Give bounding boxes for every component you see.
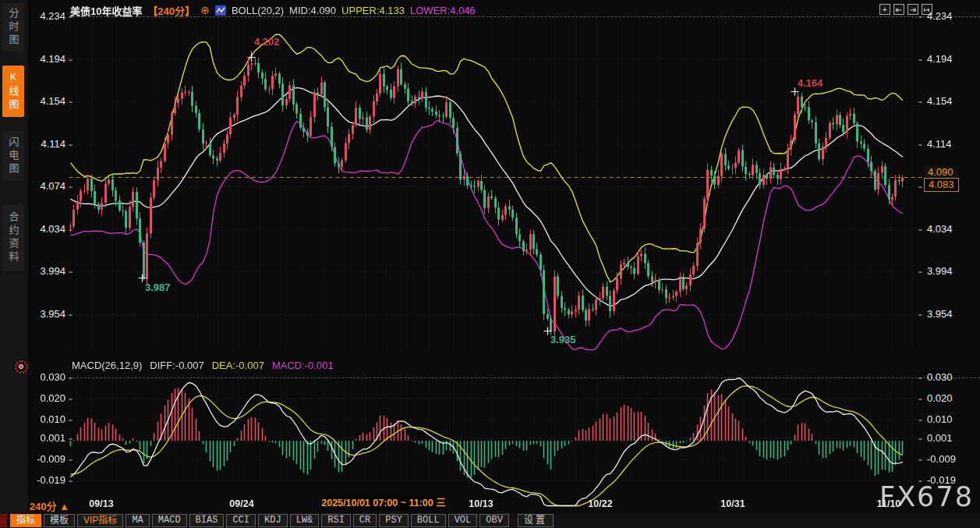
price-annotation: 3.935 <box>550 334 576 346</box>
price-axis-label-left: 4.154 <box>28 95 65 107</box>
main-chart-canvas[interactable] <box>69 0 922 359</box>
price-axis-label-left: 4.074 <box>28 180 65 192</box>
macd-axis-label-left: 0.010 <box>28 413 65 425</box>
x-axis-date: 10/31 <box>720 498 745 509</box>
price-annotation: 3.987 <box>145 282 171 293</box>
x-axis-date: 10/22 <box>588 498 612 509</box>
toolbar-item-obv[interactable]: OBV <box>479 514 509 527</box>
macd-axis-label-right: -0.019 <box>927 474 975 486</box>
chart-header: 美债10年收益率 【240分】 ⊕ BOLL(20,2) MID:4.090 U… <box>70 3 476 18</box>
last-price-tag: 4.083 <box>924 178 959 192</box>
price-axis-label-right: 4.154 <box>927 95 975 107</box>
price-axis-label-left: 4.114 <box>28 138 65 150</box>
price-line-tag: 4.090 <box>925 166 957 178</box>
toolbar-item-vip-indicator[interactable]: VIP指标 <box>77 514 123 527</box>
toolbar-item-vol[interactable]: VOL <box>448 514 478 527</box>
toolbar-item-macd[interactable]: MACD <box>152 514 187 527</box>
price-axis-label-right: 4.234 <box>927 10 975 22</box>
price-axis-label-left: 4.194 <box>28 53 65 65</box>
toolbar-item-psy[interactable]: PSY <box>379 514 409 527</box>
macd-axis-label-right: 0.030 <box>927 371 975 383</box>
sidebar-tab-timeline[interactable]: 分时图 <box>2 3 24 51</box>
sidebar-tab-flash[interactable]: 闪电图 <box>2 131 24 181</box>
macd-diff-value: DIFF:-0.007 <box>150 360 203 371</box>
sidebar-tab-contract-info[interactable]: 合约资料 <box>2 204 24 271</box>
macd-dea-value: DEA:-0.007 <box>212 360 264 371</box>
macd-axis-label-right: 0.001 <box>927 432 975 444</box>
price-axis-label-right: 4.034 <box>927 223 975 235</box>
macd-axis-label-right: 0.010 <box>927 413 975 425</box>
macd-axis-label-left: 0.001 <box>28 432 65 444</box>
chart-tool-icons: + ⇤ ⇥ ↦ <box>879 4 932 15</box>
boll-formula-label: BOLL(20,2) <box>232 5 284 16</box>
toolbar-item-ma[interactable]: MA <box>126 514 149 527</box>
macd-axis-label-left: -0.019 <box>28 474 65 486</box>
macd-header: MACD(26,12,9) DIFF:-0.007 DEA:-0.007 MAC… <box>72 360 334 371</box>
price-annotation: 4.164 <box>798 77 823 89</box>
period-selector[interactable]: 240分 ▲ <box>30 498 69 513</box>
price-axis-label-right: 3.954 <box>927 308 975 320</box>
sidebar: 分时图 K线图 闪电图 合约资料 <box>0 0 28 513</box>
pan-left-icon[interactable]: ⇤ <box>893 4 904 15</box>
symbol-title: 美债10年收益率 <box>70 3 142 18</box>
price-axis-label-left: 4.034 <box>28 223 65 235</box>
toolbar-item-indicator[interactable]: 指标 <box>10 514 41 527</box>
crosshair-icon[interactable]: + <box>879 4 890 15</box>
macd-axis-label-left: 0.020 <box>28 392 65 404</box>
price-axis-label-left: 4.234 <box>28 10 65 22</box>
sidebar-tab-kline[interactable]: K线图 <box>2 66 24 117</box>
bottom-toolbar: 指标 模板 VIP指标 MA MACD BIAS CCI KDJ LW& RSI… <box>0 513 980 528</box>
toolbar-item-rsi[interactable]: RSI <box>321 514 351 527</box>
toolbar-corner-marker <box>0 514 7 527</box>
macd-chart-canvas[interactable] <box>69 359 922 511</box>
toolbar-item-cci[interactable]: CCI <box>226 514 256 527</box>
price-annotation: 4.202 <box>254 36 280 48</box>
period-label: 【240分】 <box>147 3 195 18</box>
boll-lower-value: LOWER:4.046 <box>410 5 476 16</box>
x-axis-date: 09/24 <box>229 498 253 509</box>
kline-chart-app: 分时图 K线图 闪电图 合约资料 美债10年收益率 【240分】 ⊕ BOLL(… <box>0 0 980 528</box>
add-indicator-icon[interactable]: ⊕ <box>200 5 210 16</box>
macd-axis-label-left: -0.009 <box>28 453 65 465</box>
chart-style-icon[interactable] <box>215 5 226 16</box>
price-axis-label-right: 4.194 <box>927 53 975 65</box>
macd-formula-label: MACD(26,12,9) <box>72 360 142 371</box>
x-axis-date: 10/13 <box>469 498 493 509</box>
macd-axis-label-right: -0.009 <box>927 453 975 465</box>
toolbar-item-settings[interactable]: 设置 <box>518 514 554 527</box>
x-axis-row: 240分 ▲ 09/13 09/24 2025/10/01 07:00 ~ 11… <box>0 496 980 512</box>
price-axis-label-right: 4.114 <box>927 138 975 150</box>
toolbar-item-kdj[interactable]: KDJ <box>258 514 288 527</box>
macd-axis-label-right: 0.020 <box>927 392 975 404</box>
toolbar-item-bias[interactable]: BIAS <box>189 514 225 527</box>
x-axis-date: 09/13 <box>89 498 113 509</box>
price-axis-label-right: 3.994 <box>927 265 975 277</box>
alert-icon[interactable] <box>15 360 28 374</box>
boll-mid-value: MID:4.090 <box>289 5 336 16</box>
crosshair-date-label: 2025/10/01 07:00 ~ 11:00 三 <box>321 497 446 510</box>
macd-hist-value: MACD:-0.001 <box>272 360 334 371</box>
toolbar-item-cr[interactable]: CR <box>353 514 377 527</box>
toolbar-item-template[interactable]: 模板 <box>44 514 75 527</box>
toolbar-item-lwr[interactable]: LW& <box>290 514 320 527</box>
macd-axis-label-left: 0.030 <box>28 371 65 383</box>
fx678-watermark: FX678 <box>879 481 974 512</box>
price-axis-label-left: 3.994 <box>28 265 65 277</box>
pan-right-icon[interactable]: ⇥ <box>907 4 918 15</box>
toolbar-item-boll[interactable]: BOLL <box>411 514 446 527</box>
boll-upper-value: UPPER:4.133 <box>341 5 405 16</box>
price-axis-label-left: 3.954 <box>28 308 65 320</box>
